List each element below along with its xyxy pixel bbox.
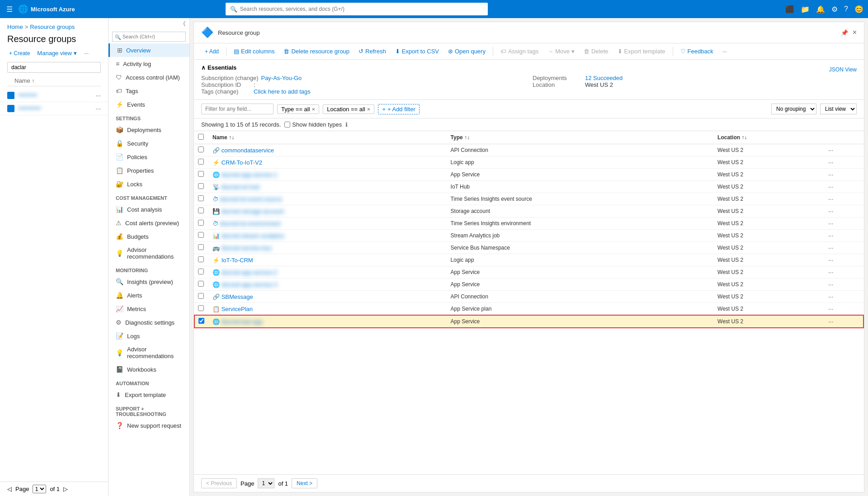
resource-actions-cell[interactable]: ··· xyxy=(825,169,863,181)
bell-icon[interactable]: 🔔 xyxy=(816,5,825,14)
resource-name-cell[interactable]: 🌐 blurred-app-service-2 xyxy=(209,266,447,279)
row-checkbox[interactable] xyxy=(198,318,204,324)
breadcrumb-resource-groups[interactable]: Resource groups xyxy=(30,24,75,30)
feedback-button[interactable]: ♡ Feedback xyxy=(677,46,717,57)
resource-name[interactable]: ServicePlan xyxy=(222,306,253,312)
resource-actions-cell[interactable]: ··· xyxy=(825,279,863,291)
row-checkbox[interactable] xyxy=(198,281,204,287)
type-column-th[interactable]: Type ↑↓ xyxy=(447,131,714,144)
settings-icon[interactable]: ⚙ xyxy=(831,5,838,14)
breadcrumb-home[interactable]: Home xyxy=(7,24,23,30)
resource-name-cell[interactable]: 📊 blurred-stream-analytics xyxy=(209,230,447,242)
sidebar-item-insights[interactable]: 🔍 Insights (preview) xyxy=(108,275,189,288)
location-column-th[interactable]: Location ↑↓ xyxy=(714,131,825,144)
row-checkbox[interactable] xyxy=(198,269,204,274)
sidebar-item-workbooks[interactable]: 📓 Workbooks xyxy=(108,363,189,376)
filter-input[interactable] xyxy=(7,62,101,73)
remove-type-filter[interactable]: × xyxy=(312,106,316,113)
resource-name[interactable]: SBMessage xyxy=(222,293,253,300)
json-view-link[interactable]: JSON View xyxy=(829,66,857,73)
add-filter-button[interactable]: + + Add filter xyxy=(378,104,419,114)
sidebar-item-deployments[interactable]: 📦 Deployments xyxy=(108,123,189,137)
sidebar-item-events[interactable]: ⚡ Events xyxy=(108,98,189,111)
sidebar-item-cost-analysis[interactable]: 📊 Cost analysis xyxy=(108,203,189,216)
global-search-bar[interactable]: 🔍 xyxy=(226,3,488,15)
resource-actions-cell[interactable]: ··· xyxy=(825,303,863,316)
edit-columns-button[interactable]: ▤ Edit columns xyxy=(230,46,278,57)
resource-name[interactable]: CRM-To-IoT-V2 xyxy=(222,159,262,166)
row-checkbox[interactable] xyxy=(198,220,204,226)
search-input[interactable] xyxy=(240,6,483,12)
sidebar-item-activity-log[interactable]: ≡ Activity log xyxy=(108,57,189,71)
sidebar-item-advisor-recs-mon[interactable]: 💡 Advisor recommendations xyxy=(108,343,189,363)
resource-actions-cell[interactable]: ··· xyxy=(825,205,863,217)
nav-search-input[interactable] xyxy=(112,32,186,42)
more-toolbar-button[interactable]: ··· xyxy=(719,47,731,57)
view-select[interactable]: List view xyxy=(820,104,857,114)
more-icon[interactable]: ··· xyxy=(95,92,101,99)
resource-name[interactable]: blurred-storage-account xyxy=(222,208,284,215)
chevron-essentials-icon[interactable]: ∧ xyxy=(201,64,206,71)
resource-name[interactable]: blurred-stream-analytics xyxy=(222,232,284,239)
list-item[interactable]: •••••••••• ··· xyxy=(0,89,108,102)
assign-tags-button[interactable]: 🏷 Assign tags xyxy=(497,46,542,57)
resource-name[interactable]: blurred-app-service-2 xyxy=(222,269,278,276)
sidebar-item-metrics[interactable]: 📈 Metrics xyxy=(108,302,189,316)
filter-box[interactable] xyxy=(7,62,101,73)
page-footer-select[interactable]: 1 xyxy=(258,478,274,488)
sidebar-item-advisor-recs[interactable]: 💡 Advisor recommendations xyxy=(108,243,189,263)
row-checkbox[interactable] xyxy=(198,208,204,213)
name-column-th[interactable]: Name ↑↓ xyxy=(209,131,447,144)
show-hidden-label[interactable]: Show hidden types xyxy=(284,121,342,128)
resource-actions-cell[interactable]: ··· xyxy=(825,144,863,156)
row-checkbox[interactable] xyxy=(198,293,204,299)
delete-rg-button[interactable]: 🗑 Delete resource group xyxy=(280,46,353,57)
collapse-nav-button[interactable]: 《 xyxy=(108,18,189,30)
resource-actions-cell[interactable]: ··· xyxy=(825,254,863,266)
resource-name-cell[interactable]: 🌐 blurred-last-app xyxy=(209,315,447,328)
row-checkbox[interactable] xyxy=(198,159,204,165)
resource-actions-cell[interactable]: ··· xyxy=(825,242,863,254)
select-all-header[interactable] xyxy=(194,131,209,144)
resource-name-cell[interactable]: 📋 ServicePlan xyxy=(209,303,447,316)
resource-name[interactable]: blurred-iot-hub xyxy=(222,184,260,190)
tags-value[interactable]: Click here to add tags xyxy=(254,88,311,95)
location-filter-tag[interactable]: Location == all × xyxy=(323,104,374,114)
resource-actions-cell[interactable]: ··· xyxy=(825,291,863,303)
resource-name[interactable]: IoT-To-CRM xyxy=(222,257,253,264)
sidebar-item-support[interactable]: ❓ New support request xyxy=(108,419,189,432)
more-icon[interactable]: ··· xyxy=(95,105,101,112)
resource-actions-cell[interactable]: ··· xyxy=(825,156,863,169)
sidebar-item-logs[interactable]: 📝 Logs xyxy=(108,329,189,343)
next-page-icon[interactable]: ▷ xyxy=(63,486,68,492)
type-filter-tag[interactable]: Type == all × xyxy=(277,104,319,114)
row-checkbox[interactable] xyxy=(198,232,204,238)
resource-name-cell[interactable]: ⏱ blurred-tsi-environment xyxy=(209,217,447,230)
page-select[interactable]: 1 xyxy=(33,485,46,493)
refresh-button[interactable]: ↺ Refresh xyxy=(355,46,390,57)
sidebar-item-locks[interactable]: 🔐 Locks xyxy=(108,177,189,191)
sidebar-item-properties[interactable]: 📋 Properties xyxy=(108,164,189,177)
row-checkbox[interactable] xyxy=(198,244,204,250)
sidebar-item-diagnostic[interactable]: ⚙ Diagnostic settings xyxy=(108,316,189,329)
user-avatar[interactable]: 😊 xyxy=(854,5,863,14)
move-button[interactable]: → Move ▾ xyxy=(544,46,578,57)
resource-actions-cell[interactable]: ··· xyxy=(825,217,863,230)
resource-actions-cell[interactable]: ··· xyxy=(825,230,863,242)
deployments-value[interactable]: 12 Succeeded xyxy=(585,75,623,81)
resource-name-cell[interactable]: 🌐 blurred-app-service-3 xyxy=(209,279,447,291)
help-icon[interactable]: ? xyxy=(844,5,848,13)
row-checkbox[interactable] xyxy=(198,305,204,311)
previous-button[interactable]: < Previous xyxy=(201,478,237,488)
resource-name[interactable]: blurred-last-app xyxy=(222,318,263,325)
resource-actions-cell[interactable]: ··· xyxy=(825,193,863,205)
sidebar-item-policies[interactable]: 📄 Policies xyxy=(108,150,189,164)
resource-actions-cell[interactable]: ··· xyxy=(825,181,863,193)
resource-name-cell[interactable]: 🌐 blurred-app-service-1 xyxy=(209,169,447,181)
add-button[interactable]: + Add xyxy=(201,47,222,57)
row-checkbox[interactable] xyxy=(198,195,204,201)
resource-actions-cell[interactable]: ··· xyxy=(825,315,863,328)
sidebar-item-cost-alerts[interactable]: ⚠ Cost alerts (preview) xyxy=(108,216,189,230)
show-hidden-checkbox[interactable] xyxy=(284,122,290,128)
next-button[interactable]: Next > xyxy=(292,478,317,488)
